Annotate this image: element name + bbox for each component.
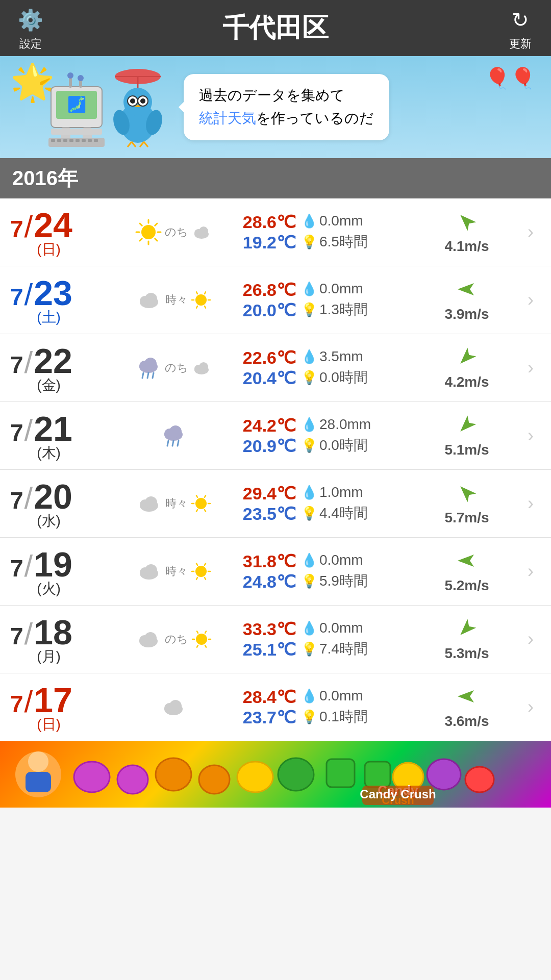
refresh-label: 更新 [509,36,532,52]
wind-arrow [456,278,478,304]
svg-marker-110 [456,619,477,639]
svg-rect-9 [51,129,102,135]
svg-point-80 [145,496,157,509]
row-chevron: › [520,629,541,650]
gear-icon: ⚙️ [15,5,46,35]
svg-rect-117 [26,772,51,792]
wind-arrow [456,617,478,643]
wind-arrow [456,685,478,711]
svg-line-106 [197,645,198,647]
svg-point-4 [67,72,73,79]
speech-text-1: 過去のデータを集めて [199,87,345,103]
svg-marker-114 [458,690,474,702]
ad-content: Candy Crush Candy Crush [0,744,551,805]
svg-line-55 [205,306,206,308]
svg-point-123 [278,758,314,791]
svg-line-59 [205,292,206,293]
svg-point-73 [169,425,182,438]
svg-point-103 [196,634,207,645]
svg-point-91 [145,564,157,576]
refresh-button[interactable]: ↻ 更新 [505,5,536,52]
temperature-column: 24.2℃ 20.9℃ [219,415,301,456]
svg-rect-13 [63,139,67,142]
svg-point-128 [465,767,494,792]
svg-marker-88 [456,482,477,502]
svg-text:Candy Crush: Candy Crush [360,787,436,801]
city-title: 千代田区 [222,10,329,46]
weather-row[interactable]: 7 / 21 (木) 24.2℃ 20.9℃ 💧 28.0mm 💡 0.0時間 [0,402,551,470]
svg-point-120 [156,758,191,791]
svg-marker-60 [458,283,474,295]
svg-point-63 [144,358,157,370]
svg-line-98 [205,563,206,565]
wind-column: 4.1m/s [413,210,520,255]
temperature-column: 28.6℃ 19.2℃ [219,212,301,253]
svg-text:🗾: 🗾 [67,95,87,114]
weather-icon-column: 時々 [128,287,219,313]
svg-point-127 [427,759,461,790]
svg-point-92 [195,566,207,577]
speech-text-3: を作っているのだ [256,110,374,126]
weather-row[interactable]: 7 / 20 (水) 時々 29.4℃ 23.5℃ 💧 1.0mm 💡 4.4時… [0,470,551,538]
candy-crush-ad: Candy Crush Candy Crush [10,744,541,805]
weather-row[interactable]: 7 / 18 (月) のち 33.3℃ 25.1℃ 💧 0.0mm 💡 7.4時… [0,606,551,673]
temperature-column: 31.8℃ 24.8℃ [219,551,301,592]
tv-robot-illustration: 🗾 [41,71,112,148]
svg-point-116 [28,751,48,772]
bird-mascot [107,66,168,148]
speech-bubble: 過去のデータを集めて 統計天気を作っているのだ [184,74,389,140]
detail-column: 💧 28.0mm 💡 0.0時間 [301,416,413,455]
svg-line-45 [155,223,157,225]
date-column: 7 / 23 (土) [10,275,128,324]
detail-column: 💧 1.0mm 💡 4.4時間 [301,484,413,523]
wind-column: 5.3m/s [413,617,520,662]
svg-point-81 [195,498,207,509]
app-header: ⚙️ 設定 千代田区 ↻ 更新 [0,0,551,56]
weather-row[interactable]: 7 / 22 (金) のち 22.6℃ 20.4℃ 💧 3.5mm 💡 0.0時… [0,334,551,402]
svg-rect-124 [327,759,355,787]
svg-line-56 [196,306,197,308]
svg-rect-18 [94,139,98,142]
svg-line-36 [144,142,148,147]
detail-column: 💧 0.0mm 💡 6.5時間 [301,213,413,252]
svg-marker-99 [458,555,474,567]
weather-row[interactable]: 7 / 23 (土) 時々 26.8℃ 20.0℃ 💧 0.0mm 💡 1.3時… [0,266,551,334]
detail-column: 💧 0.0mm 💡 0.1時間 [301,688,413,726]
temperature-column: 22.6℃ 20.4℃ [219,347,301,388]
row-chevron: › [520,493,541,514]
svg-point-102 [144,632,157,644]
wind-arrow [456,210,478,236]
wind-column: 5.1m/s [413,414,520,458]
svg-line-66 [153,373,154,378]
wind-column: 5.7m/s [413,482,520,526]
info-banner: 🌟 🗾 [0,56,551,158]
svg-line-105 [205,645,206,647]
svg-rect-14 [69,139,73,142]
speech-highlight: 統計天気 [199,110,256,126]
weather-row[interactable]: 7 / 24 (日) のち 28.6℃ 19.2℃ 💧 0.0mm 💡 6.5時… [0,198,551,266]
date-column: 7 / 21 (木) [10,411,128,460]
svg-line-43 [140,223,142,225]
svg-line-39 [155,239,157,241]
detail-column: 💧 0.0mm 💡 1.3時間 [301,281,413,319]
svg-line-97 [196,563,197,565]
settings-button[interactable]: ⚙️ 設定 [15,5,46,52]
svg-point-48 [199,227,208,236]
row-chevron: › [520,696,541,718]
wind-column: 5.2m/s [413,549,520,594]
svg-line-84 [196,510,197,511]
weather-icon-column [128,694,219,720]
svg-point-53 [195,294,207,306]
weather-list: 7 / 24 (日) のち 28.6℃ 19.2℃ 💧 0.0mm 💡 6.5時… [0,198,551,741]
svg-line-95 [196,577,197,579]
svg-point-113 [169,700,182,712]
svg-rect-10 [48,138,105,147]
weather-row[interactable]: 7 / 19 (火) 時々 31.8℃ 24.8℃ 💧 0.0mm 💡 5.9時… [0,538,551,606]
svg-line-108 [197,631,198,633]
detail-column: 💧 0.0mm 💡 7.4時間 [301,620,413,659]
svg-line-75 [172,441,173,446]
date-column: 7 / 20 (水) [10,479,128,528]
weather-row[interactable]: 7 / 17 (日) 28.4℃ 23.7℃ 💧 0.0mm 💡 0.1時間 [0,673,551,741]
ad-banner[interactable]: Candy Crush Candy Crush [0,741,551,808]
date-column: 7 / 22 (金) [10,343,128,392]
